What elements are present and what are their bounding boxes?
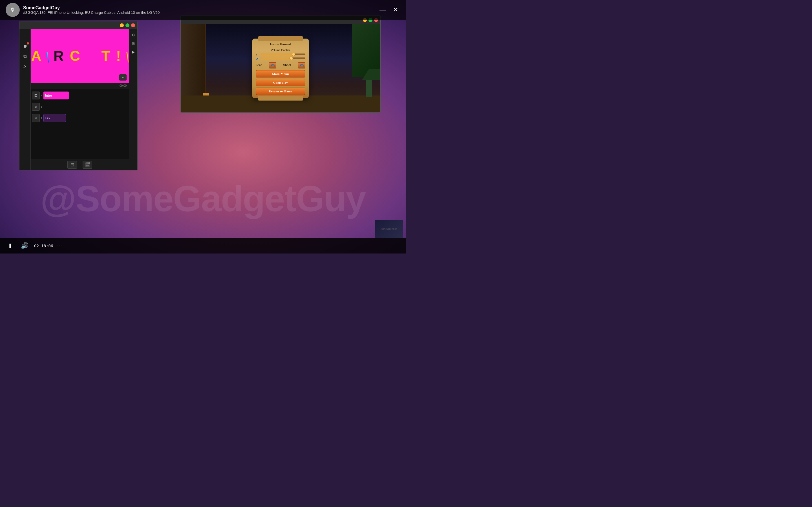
track-row: 🖼 1 Intro [31,90,129,101]
film-icon: 🎬 [85,162,90,167]
track-number-1: 1 [41,94,42,97]
editor-bottom-bar: ⊟ 🎬 [31,159,129,170]
shoot-icon: 🎮 [300,63,304,67]
mini-preview-label: SomeGadgetGuy [382,228,397,230]
record-button[interactable]: ⏺ [20,42,30,51]
audio-icon: ♫ [35,116,37,120]
editor-maximize-button[interactable] [125,23,130,27]
settings-icon: ⚙ [132,33,135,37]
channel-info: SomeGadgetGuy #SGGQA 130: FBI iPhone Unl… [23,5,160,15]
gameplay-button[interactable]: Gameplay [256,79,305,86]
play-pause-button[interactable]: ⏸ [4,241,15,251]
gameplay-label: Gameplay [273,81,288,84]
action-row: Leap 🎮 Shoot 🎮 [256,62,305,68]
shoot-label: Shoot [283,64,291,67]
video-clips-button[interactable]: 🎬 [83,161,92,169]
record-icon: ⏺ [23,44,28,49]
track-icon-video[interactable]: 🖼 [32,92,40,100]
volume-button[interactable]: 🔊 [18,241,31,251]
timestamp: 02:18:06 [34,244,53,248]
main-menu-button[interactable]: Main Menu [256,70,305,77]
settings-button[interactable]: ⚙ [130,32,137,38]
avatar: 🎙 [6,3,20,17]
game-tree [366,80,372,97]
layers-icon: ⧉ [23,54,27,59]
track-number-layers: 1 [41,105,42,108]
close-button[interactable]: ✕ [391,5,400,15]
leap-button[interactable]: 🎮 [269,62,276,68]
layers-button[interactable]: ⧉ [20,52,30,61]
track-clip-intro[interactable]: Intro [43,92,69,100]
more-options-button[interactable]: ··· [56,243,62,249]
mini-preview-window: SomeGadgetGuy [375,220,403,238]
game-window: Game Paused Volume Control ♪ 🔊 [181,15,380,113]
channel-name[interactable]: SomeGadgetGuy [23,5,160,10]
music-volume-fill [261,54,294,55]
music-volume-handle[interactable] [292,53,295,56]
image-icon: 🖼 [35,94,38,97]
top-bar: 🎙 SomeGadgetGuy #SGGQA 130: FBI iPhone U… [0,0,406,20]
music-volume-icon: ♪ [256,53,260,56]
pause-menu: Game Paused Volume Control ♪ 🔊 [252,39,309,98]
back-button[interactable]: ← [20,32,30,41]
track-row-audio: ♫ 1 Lex [31,113,129,123]
main-menu-label: Main Menu [272,72,289,75]
game-content: Game Paused Volume Control ♪ 🔊 [181,24,380,112]
pause-scroll-background: Game Paused Volume Control ♪ 🔊 [252,39,309,98]
return-to-game-button[interactable]: Return to Game [256,88,305,95]
timeline-tracks: 🖼 1 Intro ⧉ 1 [31,89,129,159]
sound-volume-handle[interactable] [290,57,293,60]
dropdown-icon: ▾ [122,75,124,79]
fx-icon: fx [23,64,27,68]
minimize-button[interactable]: — [377,5,388,15]
record-badge [27,42,29,45]
sound-volume-slider[interactable] [261,57,305,59]
resize-button[interactable]: ⊞ [130,40,137,47]
letter-r: R [54,48,65,64]
timeline-header: 00:00 [31,83,129,89]
letter-c: C [70,48,81,64]
clip-label-intro: Intro [45,94,52,97]
clip-label-lex: Lex [45,117,50,120]
accent-2 [126,52,129,62]
play-pause-icon: ⏸ [7,242,13,249]
timeline-area: 00:00 🖼 1 Intro [31,83,129,159]
music-volume-slider[interactable] [261,54,305,55]
letter-exclaim: ! [116,48,122,64]
music-volume-row: ♪ [256,53,305,56]
track-clip-lex[interactable]: Lex [43,114,66,122]
preview-canvas: A R C T ! ▾ [31,29,129,83]
preview-title-text: A R C T ! [31,48,129,64]
play-icon: ▶ [132,50,135,54]
sound-volume-icon: 🔊 [256,57,260,60]
editor-minimize-button[interactable] [120,23,124,27]
layers-track-icon: ⧉ [35,105,37,109]
return-to-game-label: Return to Game [269,90,292,93]
volume-section: Volume Control ♪ 🔊 [256,49,305,60]
mini-preview-content: SomeGadgetGuy [375,220,403,238]
fx-button[interactable]: fx [20,62,30,71]
bottom-bar: ⏸ 🔊 02:18:06 ··· [0,238,406,253]
editor-left-toolbar: ← ⏺ ⧉ fx [19,29,31,170]
dropdown-button[interactable]: ▾ [119,74,126,80]
track-row-layers: ⧉ 1 [31,101,129,112]
back-icon: ← [23,34,28,39]
video-title: #SGGQA 130: FBI iPhone Unlocking, EU Cha… [23,10,160,15]
leap-icon: 🎮 [271,63,275,67]
storyboard-button[interactable]: ⊟ [67,161,77,169]
volume-control-label: Volume Control [256,49,305,52]
pause-title: Game Paused [256,42,305,47]
shoot-button[interactable]: 🎮 [298,62,305,68]
letter-t: T [101,48,111,64]
storyboard-icon: ⊟ [70,162,74,167]
resize-icon: ⊞ [132,41,135,46]
editor-window: ← ⏺ ⧉ fx A R C [19,21,138,170]
sound-volume-fill [261,57,292,59]
play-button[interactable]: ▶ [130,48,137,55]
leap-label: Leap [256,64,262,67]
editor-body: ← ⏺ ⧉ fx A R C [19,29,137,170]
editor-close-button[interactable] [131,23,135,27]
track-icon-layers[interactable]: ⧉ [32,103,40,111]
track-number-audio: 1 [41,117,42,119]
track-icon-audio[interactable]: ♫ [32,114,40,122]
